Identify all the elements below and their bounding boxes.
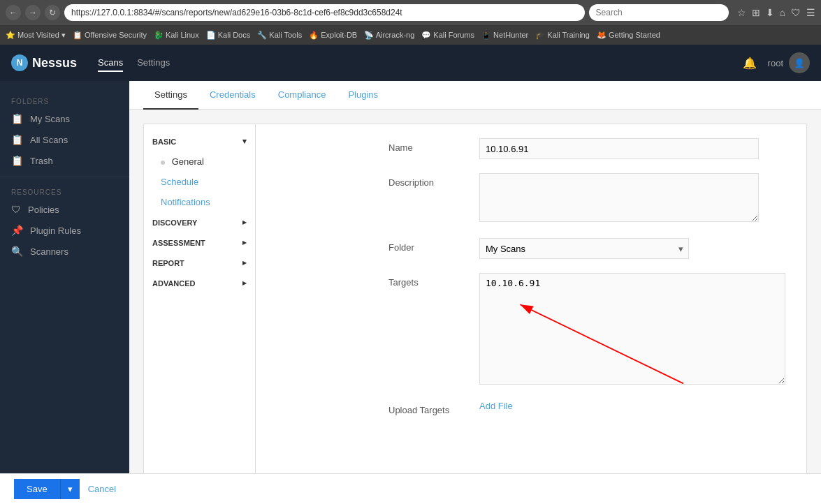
section-discovery-label: DISCOVERY (152, 218, 197, 227)
bookmark-kali-forums[interactable]: 💬 Kali Forums (421, 31, 474, 40)
form-group-description: Description (388, 173, 785, 224)
plugin-rules-icon: 📌 (11, 225, 23, 236)
name-label: Name (388, 138, 479, 153)
trash-label: Trash (30, 156, 53, 166)
download-icon[interactable]: ⬇ (766, 7, 774, 18)
targets-input-wrapper: 10.10.6.91 (479, 273, 785, 387)
sidebar-item-scanners[interactable]: 🔍 Scanners (0, 241, 129, 262)
section-discovery[interactable]: DISCOVERY ▸ (144, 212, 255, 232)
bookmark-getting-started[interactable]: 🦊 Getting Started (597, 31, 660, 40)
form-group-folder: Folder My Scans All Scans Trash ▾ (388, 238, 785, 259)
name-input[interactable] (479, 138, 759, 159)
section-report[interactable]: REPORT ▸ (144, 253, 255, 273)
my-scans-icon: 📋 (11, 113, 23, 124)
menu-icon[interactable]: ☰ (806, 7, 815, 18)
all-scans-label: All Scans (30, 135, 68, 145)
bottom-bar: Save ▾ Cancel (0, 473, 821, 504)
general-dot (161, 161, 165, 165)
targets-textarea[interactable]: 10.10.6.91 (479, 273, 785, 385)
schedule-link[interactable]: Schedule (161, 177, 198, 187)
add-file-link[interactable]: Add File (479, 401, 513, 411)
sidebar-item-my-scans[interactable]: 📋 My Scans (0, 108, 129, 129)
tab-plugins[interactable]: Plugins (337, 81, 389, 110)
sidebar-item-policies[interactable]: 🛡 Policies (0, 199, 129, 220)
nav-scans[interactable]: Scans (98, 54, 123, 72)
form-group-targets: Targets 10.10.6.91 (388, 273, 785, 387)
user-info[interactable]: root 👤 (768, 52, 810, 73)
forward-button[interactable]: → (25, 5, 41, 20)
bookmark-offensive-security[interactable]: 📋 Offensive Security (73, 31, 147, 40)
nav-notifications[interactable]: Notifications (144, 192, 255, 212)
sidebar-item-all-scans[interactable]: 📋 All Scans (0, 129, 129, 150)
tab-credentials[interactable]: Credentials (198, 81, 267, 110)
folder-label: Folder (388, 238, 479, 253)
description-input-wrapper (479, 173, 759, 224)
sidebar-divider (0, 177, 129, 177)
general-label: General (172, 156, 204, 167)
folders-section-title: FOLDERS (0, 92, 129, 108)
trash-icon: 📋 (11, 155, 23, 166)
resources-section-title: RESOURCES (0, 183, 129, 199)
description-textarea[interactable] (479, 173, 759, 222)
section-advanced[interactable]: ADVANCED ▸ (144, 273, 255, 293)
browser-nav-bar: ← → ↻ ☆ ⊞ ⬇ ⌂ 🛡 ☰ (0, 0, 821, 25)
nav-settings[interactable]: Settings (137, 54, 170, 72)
bookmark-kali-docs[interactable]: 📄 Kali Docs (206, 31, 251, 40)
settings-sidebar-nav: BASIC ▾ General Schedule Notifications (144, 124, 256, 473)
section-assessment[interactable]: ASSESSMENT ▸ (144, 232, 255, 253)
nav-general[interactable]: General (144, 151, 255, 172)
plugin-rules-label: Plugin Rules (30, 225, 81, 236)
header-right: 🔔 root 👤 (743, 52, 810, 73)
save-button[interactable]: Save (14, 479, 61, 499)
scanners-label: Scanners (30, 246, 68, 257)
section-basic-label: BASIC (152, 138, 176, 146)
app-nav: Scans Settings (98, 54, 170, 72)
avatar: 👤 (789, 52, 810, 73)
name-input-wrapper (479, 138, 759, 159)
main-content: Settings Credentials Compliance Plugins … (129, 81, 821, 504)
section-advanced-chevron: ▸ (242, 279, 247, 288)
nav-schedule[interactable]: Schedule (144, 172, 255, 192)
content-area: BASIC ▾ General Schedule Notifications (129, 110, 821, 488)
notifications-link[interactable]: Notifications (161, 197, 210, 207)
bookmark-aircrack[interactable]: 📡 Aircrack-ng (364, 31, 414, 40)
sidebar-item-plugin-rules[interactable]: 📌 Plugin Rules (0, 220, 129, 241)
tab-settings[interactable]: Settings (143, 81, 198, 110)
home-icon[interactable]: ⌂ (780, 7, 785, 18)
form-content: Name Description (368, 124, 806, 473)
section-report-chevron: ▸ (242, 258, 247, 267)
tabs-bar: Settings Credentials Compliance Plugins (129, 81, 821, 110)
section-assessment-chevron: ▸ (242, 238, 247, 247)
logo-text: Nessus (32, 56, 77, 71)
search-bar[interactable] (589, 4, 729, 21)
bell-icon[interactable]: 🔔 (743, 57, 757, 70)
bookmark-nethunter[interactable]: 📱 NetHunter (481, 31, 528, 40)
app-header: N Nessus Scans Settings 🔔 root 👤 (0, 45, 821, 81)
folder-select-wrapper: My Scans All Scans Trash ▾ (479, 238, 689, 259)
star-icon[interactable]: ☆ (737, 7, 746, 18)
bookmark-exploit-db[interactable]: 🔥 Exploit-DB (309, 31, 357, 40)
url-bar[interactable] (64, 4, 585, 21)
cancel-button[interactable]: Cancel (88, 484, 116, 494)
back-button[interactable]: ← (6, 5, 21, 20)
bookmark-kali-linux[interactable]: 🐉 Kali Linux (154, 31, 199, 40)
bookmark-kali-tools[interactable]: 🔧 Kali Tools (257, 31, 302, 40)
tab-compliance[interactable]: Compliance (267, 81, 337, 110)
bookmark-most-visited[interactable]: ⭐ Most Visited ▾ (6, 31, 66, 40)
sidebar-item-trash[interactable]: 📋 Trash (0, 150, 129, 171)
bookmarks-bar: ⭐ Most Visited ▾ 📋 Offensive Security 🐉 … (0, 25, 821, 45)
reload-button[interactable]: ↻ (45, 5, 60, 20)
section-discovery-chevron: ▸ (242, 218, 247, 227)
bookmark-icon[interactable]: ⊞ (752, 7, 760, 18)
sidebar: FOLDERS 📋 My Scans 📋 All Scans 📋 Trash R… (0, 81, 129, 504)
shield-icon[interactable]: 🛡 (791, 7, 801, 18)
save-dropdown-button[interactable]: ▾ (61, 479, 80, 499)
section-basic[interactable]: BASIC ▾ (144, 131, 255, 151)
folder-select[interactable]: My Scans All Scans Trash (479, 238, 689, 259)
scanners-icon: 🔍 (11, 246, 23, 257)
bookmark-kali-training[interactable]: 🎓 Kali Training (535, 31, 590, 40)
section-assessment-label: ASSESSMENT (152, 239, 205, 247)
save-button-group: Save ▾ (14, 479, 80, 499)
description-label: Description (388, 173, 479, 188)
my-scans-label: My Scans (30, 114, 70, 124)
